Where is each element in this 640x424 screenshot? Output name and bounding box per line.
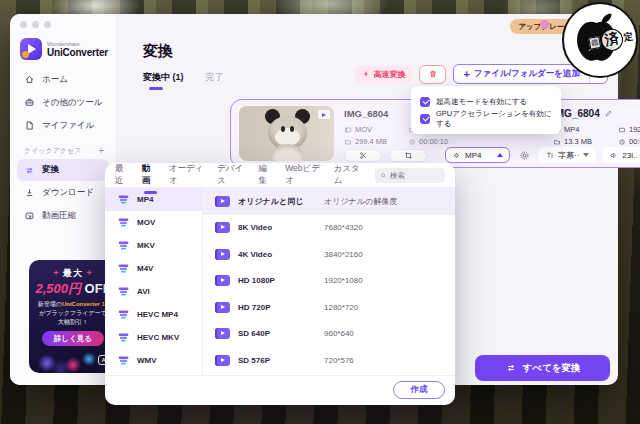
popup-tab[interactable]: オーディオ xyxy=(169,163,204,187)
source-file-name: IMG_6804 xyxy=(344,108,388,119)
popup-tab[interactable]: Webビデオ xyxy=(285,163,320,187)
popup-tab[interactable]: 動画 xyxy=(142,163,156,187)
promo-amount: 2,500円 OFF xyxy=(29,280,117,298)
video-play-icon xyxy=(215,222,230,233)
clear-list-button[interactable] xyxy=(419,65,446,84)
popup-tab[interactable]: カスタム xyxy=(334,163,362,187)
promo-banner[interactable]: + 最大 + 2,500円 OFF 新登場のUniConverter 16 がブ… xyxy=(29,260,117,373)
sidebar-item-download[interactable]: ダウンロード xyxy=(10,181,116,204)
format-list: MP4 MOV xyxy=(105,188,203,375)
video-format-icon xyxy=(344,126,352,134)
sidebar-item-label: 変換 xyxy=(42,164,59,176)
popup-tab[interactable]: 編集 xyxy=(258,163,272,187)
sidebar-item-convert[interactable]: 変換 xyxy=(17,159,109,181)
speaker-icon xyxy=(609,151,618,160)
crop-button[interactable] xyxy=(389,149,427,162)
create-button[interactable]: 作成 xyxy=(393,381,445,399)
format-label: AVI xyxy=(137,287,150,296)
video-compress-icon xyxy=(24,210,35,221)
resolution-label: 8K Video xyxy=(238,223,324,232)
edit-tools xyxy=(344,149,427,162)
format-label: MP4 xyxy=(137,195,153,204)
speed-option-row[interactable]: GPUアクセラレーションを有効にする xyxy=(420,110,552,127)
video-play-icon xyxy=(215,196,230,207)
convert-all-label: すべてを変換 xyxy=(523,362,581,375)
format-label: WMV xyxy=(137,356,157,365)
resolution-list-item[interactable]: 4K Video 3840*2160 xyxy=(203,241,455,268)
resolution-label: HD 1080P xyxy=(238,276,324,285)
resolution-list-item[interactable]: SD 640P 960*640 xyxy=(203,321,455,348)
output-duration: 00:00:10 xyxy=(618,137,640,146)
crop-icon xyxy=(404,151,413,160)
sidebar-item-other-tools[interactable]: その他のツール xyxy=(10,91,116,114)
play-preview-icon[interactable] xyxy=(318,110,330,119)
convert-all-button[interactable]: すべてを変換 xyxy=(475,355,610,381)
search-icon xyxy=(380,172,387,179)
resolution-value: 1920*1080 xyxy=(324,276,363,285)
quick-access-add-button[interactable]: + xyxy=(98,145,104,156)
app-logo: Wondershare UniConverter xyxy=(20,38,108,60)
resolution-list-item[interactable]: HD 720P 1280*720 xyxy=(203,294,455,321)
format-list-item[interactable]: HEVC MKV xyxy=(105,326,202,349)
tab-done[interactable]: 完了 xyxy=(206,71,224,84)
format-list-item[interactable]: HEVC MP4 xyxy=(105,303,202,326)
edit-pencil-icon[interactable] xyxy=(604,109,613,118)
gear-icon xyxy=(519,150,530,161)
resolution-list-item[interactable]: HD 1080P 1920*1080 xyxy=(203,268,455,295)
video-play-icon xyxy=(215,249,230,260)
checkbox-checked-icon[interactable] xyxy=(420,114,430,124)
stamp-char-sai: 済 xyxy=(599,27,624,52)
settings-gear-button[interactable] xyxy=(516,147,532,163)
audio-track-selector[interactable]: 23l.. xyxy=(602,147,640,163)
source-format: MOV xyxy=(344,125,372,134)
format-popup-body: MP4 MOV xyxy=(105,188,455,375)
subtitle-T-icon xyxy=(545,151,554,160)
sidebar-item-my-files[interactable]: マイファイル xyxy=(10,114,116,137)
certified-stamp: 鑑 済 定 xyxy=(562,2,638,78)
format-popup-footer: 作成 xyxy=(105,375,455,404)
format-selector[interactable]: MP4 xyxy=(445,147,510,163)
trim-button[interactable] xyxy=(344,149,382,162)
search-box[interactable] xyxy=(375,168,445,183)
format-funnel-icon xyxy=(117,285,130,298)
sidebar-nav: ホーム その他のツール マイファイル クイックアクセス + 変換 ダウンロード xyxy=(10,68,116,227)
sidebar-item-home[interactable]: ホーム xyxy=(10,68,116,91)
format-list-item[interactable]: M4V xyxy=(105,257,202,280)
checkbox-checked-icon[interactable] xyxy=(420,97,430,107)
sidebar-item-label: その他のツール xyxy=(42,97,103,109)
popup-tab[interactable]: デバイス xyxy=(217,163,245,187)
resolution-list-item[interactable]: SD 576P 720*576 xyxy=(203,347,455,374)
popup-tab[interactable]: 最近 xyxy=(115,163,129,187)
search-input[interactable] xyxy=(390,171,440,180)
sidebar-item-label: マイファイル xyxy=(42,120,94,132)
tab-converting[interactable]: 変換中 (1) xyxy=(143,71,184,84)
promo-line4: 大幅割引！ xyxy=(29,318,117,327)
resolution-list-item[interactable]: 8K Video 7680*4320 xyxy=(203,215,455,242)
promo-line1: + 最大 + xyxy=(29,267,117,280)
format-list-item[interactable]: MOV xyxy=(105,211,202,234)
format-label: M4V xyxy=(137,264,153,273)
uniconverter-logo-icon xyxy=(20,38,42,60)
promo-line3: がブラックフライデーで xyxy=(29,309,117,318)
speed-option-row[interactable]: 超高速モードを有効にする xyxy=(420,93,552,110)
video-thumbnail[interactable] xyxy=(239,106,334,161)
video-play-icon xyxy=(215,355,230,366)
format-list-item[interactable]: WMV xyxy=(105,349,202,372)
resolution-value: 720*576 xyxy=(324,356,354,365)
sidebar-item-video-compress[interactable]: 動画圧縮 xyxy=(10,204,116,227)
stamp-char-kan: 鑑 xyxy=(588,36,601,50)
format-list-item[interactable]: AVI xyxy=(105,280,202,303)
chevron-down-icon xyxy=(583,153,589,157)
window-controls[interactable] xyxy=(20,21,51,28)
fast-convert-button[interactable]: 高速変換 xyxy=(355,66,412,83)
quick-access-label: クイックアクセス xyxy=(24,146,81,156)
subtitle-selector-value: 字幕·· xyxy=(558,150,579,161)
resolution-list-item[interactable]: オリジナルと同じ オリジナルの解像度 xyxy=(203,188,455,215)
subtitle-selector[interactable]: 字幕·· xyxy=(538,147,596,163)
convert-icon xyxy=(24,165,35,176)
lightning-icon xyxy=(362,70,370,78)
format-list-item[interactable]: MKV xyxy=(105,234,202,257)
convert-tabs: 変換中 (1) 完了 xyxy=(143,71,224,84)
promo-cta-button[interactable]: 詳しく見る xyxy=(42,331,104,346)
video-play-icon xyxy=(215,275,230,286)
